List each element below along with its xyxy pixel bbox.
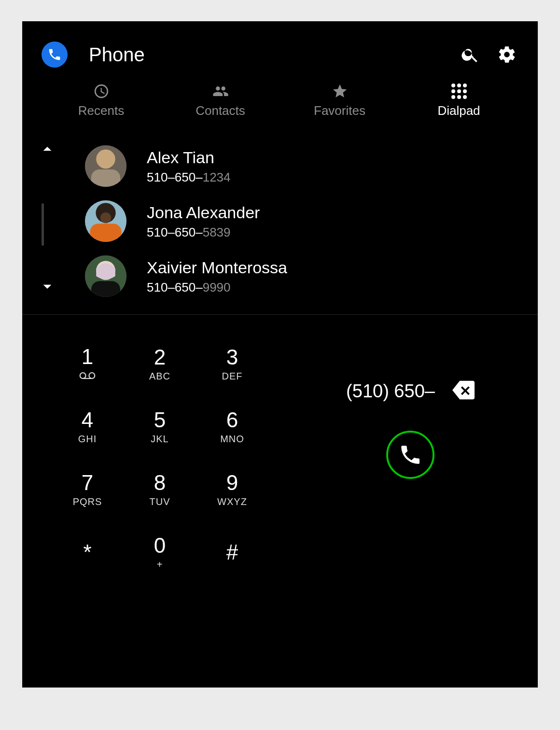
- contact-name: Alex Tian: [147, 147, 231, 168]
- dialpad-area: 1 2 ABC 3 DEF 4 GHI 5 JKL 6 MNO: [22, 315, 538, 688]
- suggestion-list: Alex Tian 510–650–1234 Jona Alexander 51…: [22, 139, 538, 315]
- chevron-down-icon: [38, 277, 57, 296]
- contact-number: 510–650–5839: [147, 225, 260, 240]
- phone-icon: [398, 443, 422, 467]
- key-9[interactable]: 9 WXYZ: [196, 460, 268, 519]
- svg-rect-9: [91, 281, 120, 297]
- tab-recents[interactable]: Recents: [42, 80, 161, 125]
- key-0[interactable]: 0 +: [124, 522, 196, 582]
- app-header: Phone: [22, 21, 538, 76]
- key-6[interactable]: 6 MNO: [196, 397, 268, 457]
- call-button[interactable]: [386, 431, 434, 479]
- chevron-up-icon: [38, 140, 57, 159]
- star-icon: [332, 83, 348, 99]
- search-button[interactable]: [459, 43, 482, 66]
- contact-name: Jona Alexander: [147, 202, 260, 223]
- contact-name: Xaivier Monterossa: [147, 257, 287, 278]
- phone-app-screen: Phone Recents Contacts Favorites Di: [22, 21, 538, 688]
- contacts-container: Alex Tian 510–650–1234 Jona Alexander 51…: [22, 139, 538, 314]
- contact-row[interactable]: Alex Tian 510–650–1234: [85, 139, 523, 194]
- avatar: [85, 255, 126, 297]
- key-3[interactable]: 3 DEF: [196, 334, 268, 394]
- dialpad-icon: [451, 83, 467, 99]
- key-2[interactable]: 2 ABC: [124, 334, 196, 394]
- clock-icon: [93, 83, 110, 99]
- gear-icon: [497, 45, 517, 64]
- key-8[interactable]: 8 TUV: [124, 460, 196, 519]
- tab-label: Contacts: [196, 103, 245, 118]
- contact-row[interactable]: Xaivier Monterossa 510–650–9990: [85, 249, 523, 304]
- key-5[interactable]: 5 JKL: [124, 397, 196, 457]
- avatar: [85, 200, 126, 242]
- typed-number-row: (510) 650–: [297, 380, 523, 402]
- avatar: [85, 145, 126, 187]
- contact-text: Xaivier Monterossa 510–650–9990: [147, 257, 287, 295]
- scroll-up-button[interactable]: [38, 140, 57, 161]
- tab-label: Dialpad: [437, 103, 480, 118]
- svg-point-5: [100, 212, 111, 223]
- phone-app-icon: [42, 42, 68, 68]
- contact-row[interactable]: Jona Alexander 510–650–5839: [85, 194, 523, 249]
- settings-button[interactable]: [495, 43, 518, 66]
- svg-rect-2: [91, 169, 120, 187]
- voicemail-icon: [79, 367, 96, 382]
- contact-text: Alex Tian 510–650–1234: [147, 147, 231, 185]
- key-1[interactable]: 1: [51, 334, 124, 394]
- scroll-indicator: [42, 203, 44, 246]
- people-icon: [212, 83, 229, 99]
- svg-point-11: [89, 373, 95, 379]
- search-icon: [461, 45, 480, 64]
- svg-point-1: [96, 150, 115, 169]
- tab-label: Favorites: [314, 103, 365, 118]
- key-4[interactable]: 4 GHI: [51, 397, 124, 457]
- scroll-down-button[interactable]: [38, 277, 57, 298]
- contact-number: 510–650–1234: [147, 170, 231, 185]
- key-hash[interactable]: #: [196, 522, 268, 582]
- contact-number: 510–650–9990: [147, 280, 287, 295]
- backspace-button[interactable]: [452, 380, 475, 402]
- app-title: Phone: [89, 44, 445, 66]
- phone-icon: [47, 47, 62, 62]
- tab-favorites[interactable]: Favorites: [280, 80, 399, 125]
- contact-text: Jona Alexander 510–650–5839: [147, 202, 260, 240]
- dial-right-panel: (510) 650–: [268, 334, 523, 688]
- tab-contacts[interactable]: Contacts: [161, 80, 280, 125]
- svg-rect-6: [90, 224, 121, 242]
- tab-bar: Recents Contacts Favorites Dialpad: [22, 80, 538, 125]
- tab-dialpad[interactable]: Dialpad: [399, 80, 518, 125]
- svg-point-10: [80, 373, 86, 379]
- tab-label: Recents: [78, 103, 124, 118]
- key-7[interactable]: 7 PQRS: [51, 460, 124, 519]
- typed-number: (510) 650–: [346, 381, 435, 402]
- key-star[interactable]: *: [51, 522, 124, 582]
- keypad: 1 2 ABC 3 DEF 4 GHI 5 JKL 6 MNO: [51, 334, 268, 688]
- backspace-icon: [452, 380, 475, 400]
